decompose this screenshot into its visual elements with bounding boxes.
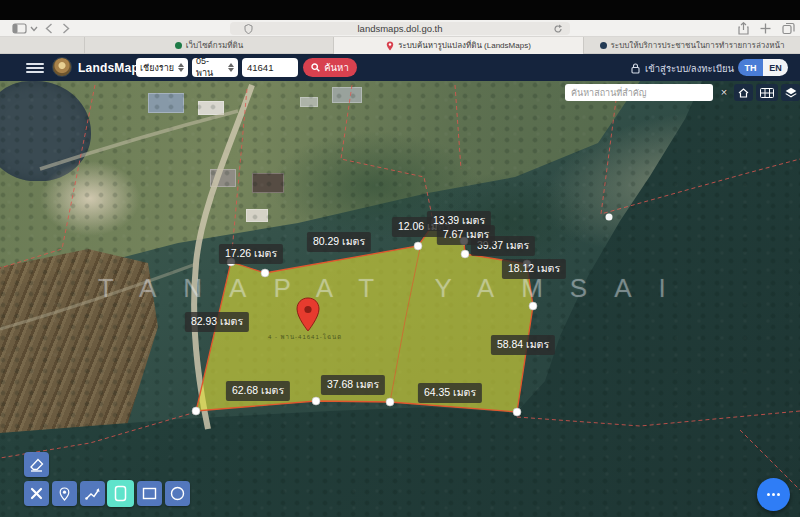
search-icon — [311, 63, 320, 72]
layers-button[interactable] — [781, 84, 800, 101]
forward-icon[interactable] — [62, 23, 70, 34]
road-branch — [40, 111, 238, 169]
login-register-link[interactable]: เข้าสู่ระบบ/ลงทะเบียน — [631, 61, 734, 76]
measure-label: 62.68 เมตร — [226, 381, 290, 401]
draw-polygon-tool-button[interactable] — [107, 480, 134, 507]
privacy-shield-icon — [244, 24, 253, 34]
measure-label: 80.29 เมตร — [307, 232, 371, 252]
clear-search-icon[interactable]: × — [718, 84, 730, 101]
grid-table-button[interactable] — [756, 84, 778, 101]
eraser-tool-button[interactable] — [24, 452, 49, 477]
marker-tool-button[interactable] — [52, 481, 77, 506]
measure-label: 17.26 เมตร — [219, 244, 283, 264]
measure-label: 7.67 เมตร — [437, 225, 495, 245]
more-actions-fab[interactable] — [757, 478, 790, 511]
new-tab-plus-icon[interactable] — [760, 23, 771, 34]
menu-hamburger-icon[interactable] — [26, 63, 44, 73]
pin-outline-icon — [59, 487, 70, 501]
ellipsis-dot — [767, 493, 770, 496]
tab3-favicon — [600, 42, 607, 49]
tab-dol-website[interactable]: เว็บไซต์กรมที่ดิน — [84, 37, 333, 54]
tab1-label: เว็บไซต์กรมที่ดิน — [186, 39, 243, 52]
share-icon[interactable] — [738, 22, 749, 35]
tab-strip: เว็บไซต์กรมที่ดิน ระบบค้นหารูปแปลงที่ดิน… — [0, 37, 800, 54]
tab-overview-icon[interactable] — [782, 22, 795, 35]
login-label: เข้าสู่ระบบ/ลงทะเบียน — [645, 61, 734, 76]
language-toggle: TH EN — [738, 59, 788, 76]
search-button-label: ค้นหา — [324, 60, 348, 75]
clear-draw-tool-button[interactable] — [24, 481, 49, 506]
parcel-caption: 4 - พาน-41641-โฉนด — [268, 332, 342, 342]
measure-label: 82.93 เมตร — [185, 312, 249, 332]
url-text: landsmaps.dol.go.th — [357, 22, 442, 35]
home-icon — [738, 88, 749, 98]
place-search-input[interactable] — [565, 84, 713, 101]
grid-icon — [760, 88, 774, 98]
satellite-map[interactable]: TANAPAT YAMSAI 4 - พาน-41641-โฉนด 17.26 … — [0, 81, 800, 517]
search-button[interactable]: ค้นหา — [303, 58, 357, 77]
measure-line-tool-button[interactable] — [80, 481, 105, 506]
select-stepper-icon — [224, 63, 234, 72]
browser-window: landsmaps.dol.go.th เว็บไซต์กรมที่ดิน ระ… — [0, 0, 800, 517]
select-stepper-icon — [174, 63, 184, 72]
x-icon — [30, 487, 43, 500]
landsmaps-appbar: LandsMaps เชียงราย 05-พาน ค้นหา เข้าสู่ร… — [0, 54, 800, 81]
lang-th-button[interactable]: TH — [738, 59, 763, 76]
tab-landsmaps[interactable]: ระบบค้นหารูปแปลงที่ดิน (LandsMaps) — [333, 37, 583, 54]
browser-toolbar: landsmaps.dol.go.th — [0, 20, 800, 37]
circle-icon — [170, 486, 185, 501]
watermark-text: TANAPAT YAMSAI — [98, 273, 693, 304]
district-value: 05-พาน — [196, 56, 224, 80]
ellipsis-dot — [772, 493, 775, 496]
refresh-icon[interactable] — [553, 24, 563, 34]
tab2-pin-favicon — [386, 41, 394, 51]
province-value: เชียงราย — [140, 61, 174, 75]
sidebar-toggle-icon[interactable] — [12, 23, 27, 34]
rectangle-icon — [142, 487, 157, 500]
window-top-strip — [0, 0, 800, 20]
province-select[interactable]: เชียงราย — [136, 58, 188, 77]
parcel-number-input[interactable] — [242, 58, 298, 77]
tab-eservice[interactable]: ระบบให้บริการประชาชนในการทำรายการล่วงหน้… — [583, 37, 800, 54]
chevron-down-icon[interactable] — [30, 26, 38, 32]
map-white-dot — [606, 214, 613, 221]
back-icon[interactable] — [45, 23, 53, 34]
lang-en-button[interactable]: EN — [763, 59, 788, 76]
eraser-icon — [29, 458, 44, 472]
lock-icon — [631, 63, 640, 74]
measure-label: 18.12 เมตร — [502, 259, 566, 279]
district-select[interactable]: 05-พาน — [192, 58, 238, 77]
home-extent-button[interactable] — [734, 84, 753, 101]
draw-rectangle-tool-button[interactable] — [137, 481, 162, 506]
measure-label: 58.84 เมตร — [491, 335, 555, 355]
measure-label: 64.35 เมตร — [418, 383, 482, 403]
tab2-label: ระบบค้นหารูปแปลงที่ดิน (LandsMaps) — [398, 39, 531, 52]
address-bar[interactable]: landsmaps.dol.go.th — [230, 22, 570, 35]
dol-logo — [52, 57, 72, 77]
rectangle-vertical-icon — [114, 485, 127, 502]
measure-label: 37.68 เมตร — [321, 375, 385, 395]
ellipsis-dot — [777, 493, 780, 496]
polyline-icon — [85, 487, 100, 500]
draw-circle-tool-button[interactable] — [165, 481, 190, 506]
tab1-favicon — [175, 42, 182, 49]
layers-icon — [785, 87, 797, 98]
tab3-label: ระบบให้บริการประชาชนในการทำรายการล่วงหน้… — [611, 39, 785, 52]
